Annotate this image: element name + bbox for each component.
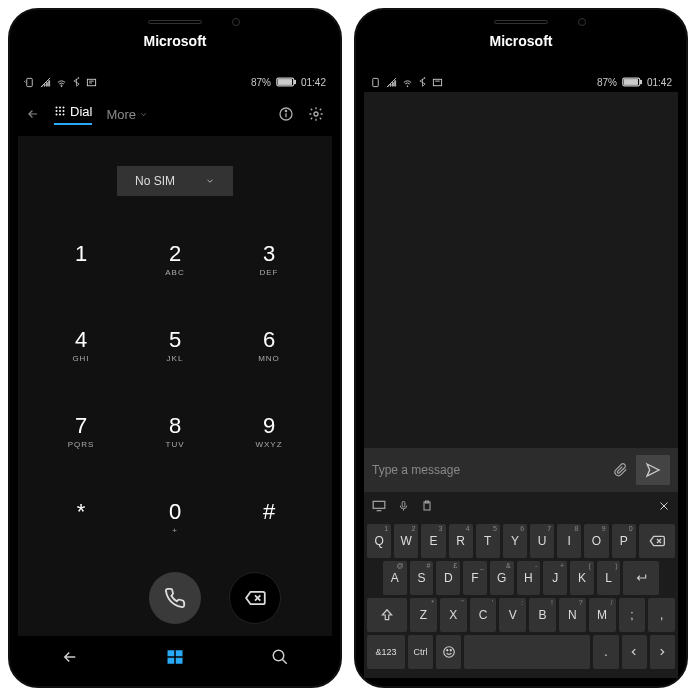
dial-key-1[interactable]: 1: [34, 216, 128, 302]
message-thread[interactable]: [364, 92, 678, 448]
key-c[interactable]: 'C: [470, 598, 497, 632]
dialpad: 12ABC3DEF4GHI5JKL6MNO7PQRS8TUV9WXYZ*0+#: [18, 208, 332, 560]
svg-point-28: [407, 85, 408, 86]
brand-label: Microsoft: [144, 33, 207, 49]
nav-bar: [18, 636, 332, 678]
key-x[interactable]: "X: [440, 598, 467, 632]
emoji-key[interactable]: [436, 635, 461, 669]
cursor-left-key[interactable]: [622, 635, 647, 669]
shift-key[interactable]: [367, 598, 407, 632]
dial-key-8[interactable]: 8TUV: [128, 388, 222, 474]
dial-key-9[interactable]: 9WXYZ: [222, 388, 316, 474]
speaker-grille: [148, 20, 202, 24]
dial-key-2[interactable]: 2ABC: [128, 216, 222, 302]
gear-icon[interactable]: [308, 106, 324, 122]
key-;[interactable]: ;: [619, 598, 646, 632]
svg-point-11: [59, 110, 61, 112]
key-q[interactable]: 1Q: [367, 524, 391, 558]
bezel: Microsoft: [10, 10, 340, 72]
key-u[interactable]: 7U: [530, 524, 554, 558]
dial-key-#[interactable]: #: [222, 474, 316, 560]
space-key[interactable]: [464, 635, 590, 669]
battery-icon: [622, 77, 642, 87]
key-,[interactable]: ,: [648, 598, 675, 632]
nav-back-icon[interactable]: [61, 648, 79, 666]
svg-rect-6: [278, 80, 291, 85]
dial-key-0[interactable]: 0+: [128, 474, 222, 560]
key-g[interactable]: &G: [490, 561, 514, 595]
wifi-icon: [56, 77, 67, 88]
sim-selector[interactable]: No SIM: [117, 166, 233, 196]
key-y[interactable]: 6Y: [503, 524, 527, 558]
back-icon[interactable]: [26, 107, 40, 121]
notification-icon: [86, 77, 97, 88]
ctrl-key[interactable]: Ctrl: [408, 635, 433, 669]
phone-right: Microsoft 87% 01:42 Type a message: [354, 8, 688, 688]
key-j[interactable]: +J: [543, 561, 567, 595]
key-r[interactable]: 4R: [449, 524, 473, 558]
call-button[interactable]: [149, 572, 201, 624]
attach-icon[interactable]: [614, 461, 628, 479]
cellular-icon: [386, 77, 397, 88]
front-camera: [578, 18, 586, 26]
backspace-icon: [244, 590, 266, 606]
cursor-right-key[interactable]: [650, 635, 675, 669]
clock: 01:42: [647, 77, 672, 88]
svg-rect-26: [373, 78, 379, 86]
key-d[interactable]: £D: [436, 561, 460, 595]
dial-key-4[interactable]: 4GHI: [34, 302, 128, 388]
key-o[interactable]: 9O: [584, 524, 608, 558]
key-k[interactable]: (K: [570, 561, 594, 595]
period-key[interactable]: .: [593, 635, 618, 669]
key-n[interactable]: ?N: [559, 598, 586, 632]
svg-rect-0: [27, 78, 33, 86]
dial-key-7[interactable]: 7PQRS: [34, 388, 128, 474]
tab-dial[interactable]: Dial: [54, 104, 92, 125]
sim-label: No SIM: [135, 174, 175, 188]
key-s[interactable]: #S: [410, 561, 434, 595]
clipboard-icon[interactable]: [421, 499, 433, 513]
close-keyboard-icon[interactable]: [658, 500, 670, 512]
chevron-left-icon: [629, 647, 639, 657]
svg-rect-23: [176, 658, 183, 664]
dial-key-3[interactable]: 3DEF: [222, 216, 316, 302]
key-l[interactable]: )L: [597, 561, 621, 595]
key-m[interactable]: /M: [589, 598, 616, 632]
battery-percent: 87%: [597, 77, 617, 88]
mic-icon[interactable]: [398, 499, 409, 513]
screen-right: 87% 01:42 Type a message 1Q2W3E4R5T6Y7U8…: [364, 72, 678, 678]
dial-key-*[interactable]: *: [34, 474, 128, 560]
dial-key-5[interactable]: 5JKL: [128, 302, 222, 388]
key-v[interactable]: :V: [499, 598, 526, 632]
keyboard-toolbar: [364, 492, 678, 520]
enter-key[interactable]: [623, 561, 659, 595]
key-z[interactable]: *Z: [410, 598, 437, 632]
key-i[interactable]: 8I: [557, 524, 581, 558]
key-t[interactable]: 5T: [476, 524, 500, 558]
key-p[interactable]: 0P: [612, 524, 636, 558]
windows-start-icon[interactable]: [166, 648, 184, 666]
key-b[interactable]: !B: [529, 598, 556, 632]
key-a[interactable]: @A: [383, 561, 407, 595]
search-icon[interactable]: [271, 648, 289, 666]
svg-point-10: [56, 110, 58, 112]
send-button[interactable]: [636, 455, 670, 485]
key-w[interactable]: 2W: [394, 524, 418, 558]
message-compose-bar: Type a message: [364, 448, 678, 492]
keyboard-dock-icon[interactable]: [372, 500, 386, 512]
dial-key-6[interactable]: 6MNO: [222, 302, 316, 388]
key-h[interactable]: -H: [517, 561, 541, 595]
svg-point-24: [273, 650, 284, 661]
rotation-lock-icon: [370, 77, 381, 88]
symbols-key[interactable]: &123: [367, 635, 405, 669]
key-f[interactable]: _F: [463, 561, 487, 595]
info-icon[interactable]: [278, 106, 294, 122]
svg-rect-21: [176, 650, 183, 656]
backspace-button[interactable]: [229, 572, 281, 624]
message-input[interactable]: Type a message: [372, 463, 606, 477]
backspace-key[interactable]: [639, 524, 675, 558]
tab-more[interactable]: More: [106, 107, 148, 122]
svg-rect-31: [640, 80, 642, 83]
key-e[interactable]: 3E: [421, 524, 445, 558]
svg-point-18: [285, 110, 286, 111]
